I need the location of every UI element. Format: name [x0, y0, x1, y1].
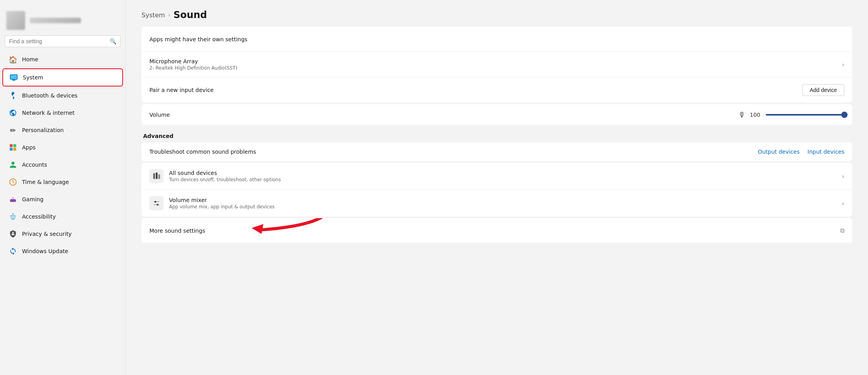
volume-value: 100: [749, 112, 760, 118]
advanced-section-label: Advanced: [142, 127, 852, 142]
sidebar-item-bluetooth[interactable]: Bluetooth & devices: [2, 87, 123, 104]
sidebar-item-privacy-label: Privacy & security: [22, 231, 72, 237]
svg-rect-1: [12, 80, 15, 81]
volume-mixer-subtitle: App volume mix, app input & output devic…: [169, 204, 839, 210]
main-content: System › Sound Apps might have their own…: [126, 0, 868, 261]
output-devices-link[interactable]: Output devices: [758, 149, 800, 155]
user-name: [30, 18, 81, 23]
svg-rect-4: [10, 148, 13, 151]
apps-icon: [9, 143, 17, 152]
sidebar-item-personalization-label: Personalization: [22, 127, 64, 133]
sidebar-item-network[interactable]: Network & internet: [2, 105, 123, 121]
apps-own-settings-row: Apps might have their own settings: [142, 27, 852, 52]
breadcrumb-parent[interactable]: System: [142, 11, 165, 19]
avatar: [6, 11, 25, 30]
troubleshoot-title: Troubleshoot common sound problems: [149, 149, 758, 155]
bluetooth-icon: [9, 91, 17, 100]
microphone-array-subtitle: 2- Realtek High Definition Audio(SST): [149, 65, 839, 71]
sidebar-item-windows-update[interactable]: Windows Update: [2, 243, 123, 259]
troubleshoot-row: Troubleshoot common sound problems Outpu…: [142, 142, 852, 161]
windows-update-icon: [9, 247, 17, 256]
sidebar-item-personalization[interactable]: ✏️ Personalization: [2, 122, 123, 138]
sidebar-header: [0, 5, 125, 33]
sidebar-item-bluetooth-label: Bluetooth & devices: [22, 92, 77, 99]
breadcrumb-current: Sound: [173, 9, 207, 20]
accounts-icon: [9, 160, 17, 169]
breadcrumb: System › Sound: [142, 0, 852, 27]
sidebar-item-windows-update-label: Windows Update: [22, 248, 68, 254]
home-icon: 🏠: [9, 55, 17, 64]
sidebar: 🔍 🏠 Home System Bluetooth & devices Net: [0, 0, 126, 375]
sidebar-item-accounts[interactable]: Accounts: [2, 156, 123, 173]
microphone-array-title: Microphone Array: [149, 58, 839, 64]
more-sound-settings-row[interactable]: More sound settings ⧉: [142, 218, 852, 243]
svg-rect-9: [153, 173, 155, 179]
apps-own-settings-card: Apps might have their own settings Micro…: [142, 27, 852, 103]
volume-mixer-row[interactable]: Volume mixer App volume mix, app input &…: [142, 190, 852, 217]
all-sound-devices-chevron: ›: [842, 173, 844, 180]
search-input[interactable]: [9, 38, 107, 44]
sidebar-item-gaming[interactable]: Gaming: [2, 191, 123, 208]
svg-rect-3: [13, 144, 17, 147]
all-sound-devices-card: All sound devices Turn devices on/off, t…: [142, 163, 852, 217]
sidebar-item-system[interactable]: System: [2, 68, 123, 86]
all-sound-devices-subtitle: Turn devices on/off, troubleshoot, other…: [169, 177, 839, 182]
microphone-array-row[interactable]: Microphone Array 2- Realtek High Definit…: [142, 52, 852, 77]
sidebar-item-time-label: Time & language: [22, 179, 69, 185]
svg-point-15: [156, 204, 158, 206]
sidebar-item-apps-label: Apps: [22, 144, 36, 151]
sidebar-item-network-label: Network & internet: [22, 110, 75, 116]
more-sound-settings-card: More sound settings ⧉: [142, 218, 852, 243]
privacy-icon: [9, 230, 17, 238]
volume-slider[interactable]: [766, 114, 844, 116]
volume-slider-fill: [766, 114, 844, 116]
volume-mixer-icon-box: [149, 196, 164, 210]
search-icon: 🔍: [110, 38, 116, 44]
volume-mixer-title: Volume mixer: [169, 197, 839, 203]
sidebar-item-accessibility-label: Accessibility: [22, 213, 56, 220]
network-icon: [9, 108, 17, 117]
sidebar-item-apps[interactable]: Apps: [2, 139, 123, 156]
pair-input-label: Pair a new input device: [149, 87, 802, 93]
input-devices-link[interactable]: Input devices: [807, 149, 844, 155]
sidebar-item-accounts-label: Accounts: [22, 162, 47, 168]
all-sound-devices-row[interactable]: All sound devices Turn devices on/off, t…: [142, 163, 852, 190]
volume-section: Volume 🎙 100: [142, 104, 852, 125]
svg-rect-5: [13, 148, 17, 151]
external-link-icon: ⧉: [840, 227, 844, 234]
svg-point-7: [12, 213, 13, 215]
accessibility-icon: [9, 212, 17, 221]
svg-rect-2: [10, 144, 13, 147]
sidebar-item-home[interactable]: 🏠 Home: [2, 51, 123, 68]
more-sound-settings-title: More sound settings: [149, 228, 840, 234]
svg-point-13: [154, 201, 156, 203]
pair-input-row: Pair a new input device Add device: [142, 77, 852, 103]
search-box[interactable]: 🔍: [5, 35, 121, 47]
sidebar-item-accessibility[interactable]: Accessibility: [2, 208, 123, 225]
volume-label: Volume: [149, 112, 738, 118]
troubleshoot-links: Output devices Input devices: [758, 149, 844, 155]
svg-rect-0: [10, 75, 17, 79]
main-content-wrapper: System › Sound Apps might have their own…: [126, 0, 868, 375]
sidebar-item-gaming-label: Gaming: [22, 196, 44, 202]
sound-devices-icon-box: [149, 169, 164, 183]
sidebar-item-privacy[interactable]: Privacy & security: [2, 226, 123, 242]
volume-mixer-chevron: ›: [842, 200, 844, 207]
microphone-icon: 🎙: [738, 110, 745, 119]
gaming-icon: [9, 195, 17, 204]
breadcrumb-chevron-icon: ›: [168, 12, 171, 18]
volume-slider-thumb: [841, 112, 848, 118]
sidebar-item-time[interactable]: Time & language: [2, 174, 123, 190]
svg-rect-10: [156, 173, 158, 179]
add-device-button[interactable]: Add device: [802, 84, 844, 96]
chevron-right-icon: ›: [842, 61, 844, 68]
time-icon: [9, 178, 17, 186]
sidebar-item-system-label: System: [23, 74, 43, 81]
svg-rect-11: [158, 174, 160, 179]
all-sound-devices-title: All sound devices: [169, 170, 839, 176]
apps-own-settings-text: Apps might have their own settings: [149, 36, 844, 42]
system-icon: [9, 73, 18, 82]
volume-right: 🎙 100: [738, 110, 844, 119]
personalization-icon: ✏️: [9, 126, 17, 134]
sidebar-item-home-label: Home: [22, 56, 38, 63]
